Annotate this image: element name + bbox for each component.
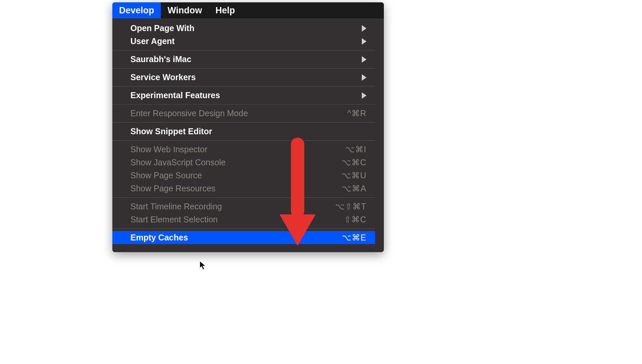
menu-item-label: User Agent	[130, 36, 175, 46]
menu-item-label: Empty Caches	[130, 233, 188, 242]
menu-item-show-page-resources: Show Page Resources ⌥⌘A	[112, 182, 375, 195]
menu-item-device[interactable]: Saurabh's iMac	[112, 53, 375, 66]
menu-item-open-page-with[interactable]: Open Page With	[112, 22, 375, 35]
menu-item-start-timeline-recording: Start Timeline Recording ⌥⇧⌘T	[112, 200, 375, 213]
menu-item-label: Saurabh's iMac	[130, 54, 191, 64]
mouse-cursor-icon	[199, 260, 207, 270]
menu-separator	[112, 68, 375, 68]
menu-separator	[112, 122, 375, 123]
menu-item-experimental-features[interactable]: Experimental Features	[112, 89, 375, 102]
menu-bar-item-develop[interactable]: Develop	[112, 2, 161, 18]
menu-item-label: Show Page Source	[130, 171, 202, 180]
submenu-arrow-icon	[362, 56, 366, 63]
menu-item-shortcut: ⌥⇧⌘T	[335, 202, 366, 211]
submenu-arrow-icon	[362, 92, 366, 99]
menu-item-label: Enter Responsive Design Mode	[130, 109, 248, 118]
menu-item-start-element-selection: Start Element Selection ⇧⌘C	[112, 213, 375, 226]
menu-item-label: Show Web Inspector	[130, 145, 207, 154]
menu-item-shortcut: ⌥⌘I	[345, 145, 366, 154]
menu-bar-label: Help	[215, 5, 235, 16]
menu-separator	[112, 197, 375, 198]
menu-item-show-web-inspector: Show Web Inspector ⌥⌘I	[112, 143, 375, 156]
menu-separator	[112, 86, 375, 86]
menu-item-shortcut: ⌥⌘A	[342, 184, 366, 193]
menu-separator	[112, 50, 375, 50]
menu-item-empty-caches[interactable]: Empty Caches ⌥⌘E	[112, 231, 375, 244]
menu-item-label: Experimental Features	[130, 90, 220, 100]
menu-item-label: Show Page Resources	[130, 184, 215, 193]
menu-item-shortcut: ⌥⌘C	[341, 158, 366, 167]
menu-item-user-agent[interactable]: User Agent	[112, 35, 375, 48]
menu-item-show-page-source: Show Page Source ⌥⌘U	[112, 169, 375, 182]
menu-item-show-snippet-editor[interactable]: Show Snippet Editor	[112, 125, 375, 138]
menu-item-shortcut: ⇧⌘C	[344, 215, 366, 224]
menu-bar: Develop Window Help	[112, 2, 384, 18]
menu-item-label: Start Element Selection	[130, 215, 218, 224]
menu-item-label: Service Workers	[130, 72, 196, 82]
develop-menu-window: Develop Window Help Open Page With User …	[112, 2, 384, 252]
menu-item-label: Open Page With	[130, 23, 194, 33]
submenu-arrow-icon	[362, 74, 366, 81]
menu-item-label: Start Timeline Recording	[130, 202, 222, 211]
develop-dropdown: Open Page With User Agent Saurabh's iMac	[112, 18, 375, 252]
menu-item-label: Show Snippet Editor	[130, 127, 212, 136]
stage: Develop Window Help Open Page With User …	[0, 0, 642, 364]
menu-item-responsive-design-mode: Enter Responsive Design Mode ^⌘R	[112, 107, 375, 120]
menu-bar-label: Window	[168, 5, 202, 16]
menu-item-shortcut: ⌥⌘U	[341, 171, 366, 180]
menu-bar-label: Develop	[119, 5, 154, 16]
menu-item-label: Show JavaScript Console	[130, 158, 226, 167]
menu-bar-item-window[interactable]: Window	[161, 2, 209, 18]
menu-item-shortcut: ⌥⌘E	[342, 233, 366, 242]
submenu-arrow-icon	[362, 38, 366, 45]
menu-item-show-js-console: Show JavaScript Console ⌥⌘C	[112, 156, 375, 169]
menu-item-shortcut: ^⌘R	[347, 109, 366, 118]
submenu-arrow-icon	[362, 25, 366, 32]
menu-item-service-workers[interactable]: Service Workers	[112, 71, 375, 84]
menu-separator	[112, 140, 375, 141]
menu-separator	[112, 104, 375, 105]
menu-separator	[112, 228, 375, 229]
menu-bar-item-help[interactable]: Help	[209, 2, 242, 18]
